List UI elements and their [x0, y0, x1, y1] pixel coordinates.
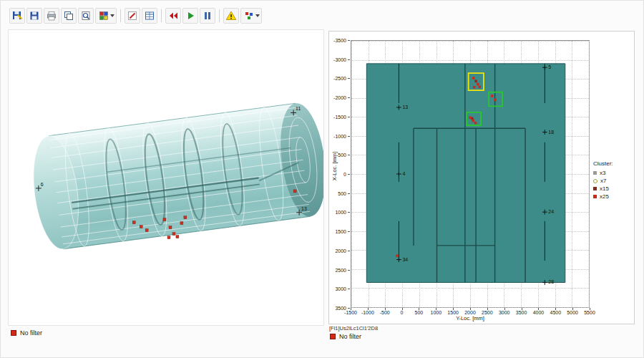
tick-label: 1000 — [430, 310, 441, 315]
print-icon — [46, 10, 57, 21]
filter-indicator — [11, 330, 16, 336]
ae-event-point — [479, 86, 481, 89]
tick-label: 2000 — [464, 310, 476, 315]
sensor-label: 11 — [296, 106, 301, 111]
tick-mark — [348, 231, 350, 232]
legend-marker-icon — [593, 195, 597, 198]
tick-label: 3000 — [499, 310, 510, 315]
tank-body — [27, 100, 323, 251]
tick-mark — [348, 212, 350, 213]
app-window: 61113 No filter X-Loc. [mm] -3500-3000-2… — [0, 0, 644, 358]
cluster-filter-button[interactable] — [240, 8, 262, 24]
x-axis-label: Y-Loc. [mm] — [351, 315, 590, 321]
tick-label: -500 — [380, 310, 390, 315]
cluster-legend: Cluster: x3x7x15x25 — [593, 160, 635, 200]
tick-mark — [348, 59, 350, 60]
save-button[interactable] — [26, 8, 42, 24]
legend-label: x25 — [600, 193, 609, 200]
tick-mark — [348, 251, 350, 251]
ae-event-point — [293, 190, 296, 193]
copy-view-icon — [63, 10, 74, 21]
data-table-icon — [144, 10, 155, 21]
save-project-button[interactable] — [9, 8, 25, 24]
legend-marker-icon — [593, 171, 597, 175]
ae-event-point — [145, 229, 148, 232]
legend-label: x15 — [600, 185, 609, 192]
print-button[interactable] — [44, 8, 59, 24]
tick-label: 500 — [338, 190, 346, 195]
left-status-bar: No filter — [11, 329, 42, 337]
ae-event-point — [472, 77, 474, 79]
sensor-label: 6 — [41, 182, 44, 187]
ae-event-point — [184, 216, 187, 219]
legend-items: x3x7x15x25 — [593, 169, 635, 200]
data-table-button[interactable] — [142, 8, 157, 24]
toolbar — [9, 6, 262, 25]
plot-area[interactable]: 134345182428 — [351, 40, 590, 308]
plot-overlay — [351, 41, 589, 307]
ae-event-point — [169, 226, 172, 229]
play-icon — [185, 10, 196, 21]
tick-mark — [348, 155, 350, 155]
tick-label: 5500 — [584, 310, 595, 315]
legend-item[interactable]: x7 — [593, 177, 635, 185]
ae-event-point — [180, 222, 183, 225]
sensor-label: 24 — [546, 209, 554, 214]
location-plot-panel: X-Loc. [mm] -3500-3000-2500-2000-1500-10… — [328, 31, 635, 324]
palette-button[interactable] — [95, 8, 117, 24]
pause-button[interactable] — [200, 8, 215, 24]
rewind-icon — [167, 10, 179, 21]
tick-label: -3500 — [333, 38, 346, 43]
tick-mark — [348, 308, 350, 309]
ae-event-point — [474, 122, 477, 125]
sensor-label: 28 — [546, 280, 554, 285]
tick-label: -1500 — [333, 114, 346, 119]
tick-label: -500 — [336, 153, 346, 158]
copy-view-button[interactable] — [61, 8, 77, 24]
tick-label: -1500 — [344, 310, 357, 315]
tick-label: 0 — [401, 310, 404, 315]
tick-label: 0 — [343, 172, 346, 177]
tick-label: 500 — [415, 310, 424, 315]
vessel-surface-region — [366, 64, 565, 283]
ae-event-point — [140, 226, 142, 228]
tick-label: 4000 — [533, 310, 545, 315]
tick-label: 2500 — [335, 267, 346, 272]
save-icon — [29, 10, 40, 21]
tick-mark — [348, 97, 350, 98]
rewind-button[interactable] — [165, 8, 181, 24]
edit-button[interactable] — [125, 8, 140, 24]
sensor-label: 5 — [546, 64, 551, 69]
legend-item[interactable]: x3 — [593, 169, 635, 177]
tick-mark — [348, 193, 350, 194]
sensor-label: 4 — [400, 171, 405, 176]
y-axis-ticks: -3500-3000-2500-2000-1500-1000-500050010… — [329, 40, 350, 308]
tick-label: 5000 — [567, 310, 578, 315]
legend-item[interactable]: x15 — [593, 185, 635, 193]
page-preview-button[interactable] — [78, 8, 94, 24]
legend-item[interactable]: x25 — [593, 193, 635, 200]
ae-event-point — [396, 255, 398, 258]
warning-button[interactable] — [223, 8, 239, 24]
play-button[interactable] — [182, 8, 198, 24]
ae-event-point — [176, 236, 179, 238]
page-preview-icon — [80, 10, 92, 21]
tick-mark — [348, 289, 350, 289]
toolbar-separator — [161, 9, 162, 22]
sensor-label: 13 — [400, 105, 408, 110]
ae-event-point — [163, 218, 166, 221]
tick-label: 2500 — [482, 310, 493, 315]
grid-line — [589, 41, 590, 307]
tick-label: -2000 — [333, 95, 346, 100]
sensor-label: 13 — [301, 206, 307, 211]
toolbar-separator — [120, 9, 121, 22]
tick-label: 1000 — [335, 210, 346, 215]
tick-mark — [348, 78, 350, 79]
sensor-label: 18 — [546, 130, 554, 135]
pause-icon — [202, 10, 213, 21]
filter-indicator — [330, 334, 336, 339]
tank-3d-model: 61113 — [9, 30, 323, 325]
tick-label: -2500 — [333, 76, 346, 81]
tank-3d-view[interactable]: 61113 — [8, 29, 324, 326]
legend-label: x7 — [600, 178, 606, 184]
